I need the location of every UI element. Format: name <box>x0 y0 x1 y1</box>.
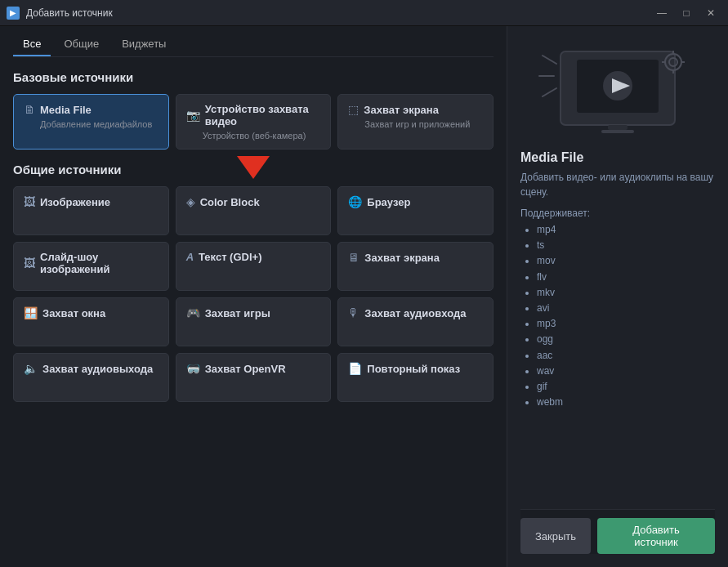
maximize-button[interactable]: □ <box>676 5 697 21</box>
list-item: mp4 <box>537 222 715 238</box>
list-item: flv <box>537 270 715 285</box>
close-button[interactable]: Закрыть <box>520 518 591 554</box>
svg-rect-14 <box>608 125 628 130</box>
main-content: Все Общие Виджеты Базовые источники 🗎 Me… <box>0 26 728 567</box>
footer-buttons: Закрыть Добавить источник <box>520 509 715 554</box>
left-panel: Все Общие Виджеты Базовые источники 🗎 Me… <box>0 26 507 567</box>
source-screen-capture[interactable]: ⬚ Захват экрана Захват игр и приложений <box>337 94 494 150</box>
card-top: 🌐 Браузер <box>348 195 483 208</box>
svg-rect-15 <box>601 130 634 133</box>
game-capture-icon: 🎮 <box>186 306 200 319</box>
screen-capture2-icon: 🖥 <box>348 251 360 264</box>
source-browser[interactable]: 🌐 Браузер <box>337 186 494 235</box>
list-item: aac <box>537 348 715 364</box>
browser-icon: 🌐 <box>348 195 362 208</box>
list-item: webm <box>537 395 715 410</box>
source-openvr[interactable]: 🥽 Захват OpenVR <box>176 353 332 402</box>
close-window-button[interactable]: ✕ <box>700 5 721 21</box>
tab-widgets[interactable]: Виджеты <box>112 33 176 56</box>
source-audio-output[interactable]: 🔈 Захват аудиовыхода <box>13 353 169 402</box>
card-top: 🔈 Захват аудиовыхода <box>24 362 159 375</box>
media-file-title: Media File <box>40 104 92 116</box>
titlebar-left: ▶ Добавить источник <box>7 7 113 20</box>
list-item: ts <box>537 238 715 253</box>
right-panel: Media File Добавить видео- или аудиоклип… <box>507 26 728 567</box>
preview-illustration <box>536 39 699 137</box>
card-top: ◈ Color Block <box>186 195 321 208</box>
supports-title: Поддерживает: <box>520 208 715 219</box>
source-media-file[interactable]: 🗎 Media File Добавление медиафайлов <box>13 94 169 150</box>
source-replay[interactable]: 📄 Повторный показ <box>337 353 494 402</box>
color-block-icon: ◈ <box>186 195 195 208</box>
audio-input-title: Захват аудиовхода <box>364 307 466 319</box>
card-top: 🪟 Захват окна <box>24 306 159 319</box>
tab-all[interactable]: Все <box>13 33 51 56</box>
source-audio-input[interactable]: 🎙 Захват аудиовхода <box>337 297 494 346</box>
game-capture-title: Захват игры <box>205 307 270 319</box>
text-gdi-title: Текст (GDI+) <box>199 251 261 263</box>
source-color-block[interactable]: ◈ Color Block <box>176 186 332 235</box>
window-title: Добавить источник <box>26 7 113 19</box>
image-title: Изображение <box>40 196 110 208</box>
replay-icon: 📄 <box>348 362 362 375</box>
list-item: wav <box>537 364 715 379</box>
tab-bar: Все Общие Виджеты <box>13 26 494 57</box>
card-top: A Текст (GDI+) <box>186 251 321 263</box>
screen-capture-title: Захват экрана <box>364 104 439 116</box>
source-window-capture[interactable]: 🪟 Захват окна <box>13 297 169 346</box>
card-top: 🎮 Захват игры <box>186 306 321 319</box>
card-top: 🗎 Media File <box>24 103 159 116</box>
arrow-down-indicator <box>237 156 270 179</box>
list-item: gif <box>537 379 715 395</box>
window-capture-icon: 🪟 <box>24 306 38 319</box>
supports-list: mp4 ts mov flv mkv avi mp3 ogg aac wav g… <box>520 222 715 410</box>
video-capture-title: Устройство захвата видео <box>205 103 321 127</box>
card-top: 🥽 Захват OpenVR <box>186 362 321 375</box>
list-item: mkv <box>537 285 715 301</box>
browser-title: Браузер <box>367 196 410 208</box>
audio-output-title: Захват аудиовыхода <box>42 363 153 375</box>
image-icon: 🖼 <box>24 195 35 208</box>
minimize-button[interactable]: — <box>651 5 672 21</box>
basic-section-title: Базовые источники <box>13 70 494 84</box>
source-video-capture[interactable]: 📷 Устройство захвата видео Устройство (в… <box>176 94 332 150</box>
source-slideshow[interactable]: 🖼 Слайд-шоу изображений <box>13 242 169 291</box>
text-gdi-icon: A <box>186 251 194 263</box>
slideshow-title: Слайд-шоу изображений <box>40 251 159 275</box>
source-screen-capture2[interactable]: 🖥 Захват экрана <box>337 242 494 291</box>
source-image[interactable]: 🖼 Изображение <box>13 186 169 235</box>
titlebar: ▶ Добавить источник — □ ✕ <box>0 0 728 26</box>
audio-output-icon: 🔈 <box>24 362 38 375</box>
list-item: mp3 <box>537 316 715 332</box>
source-game-capture[interactable]: 🎮 Захват игры <box>176 297 332 346</box>
card-top: 📷 Устройство захвата видео <box>186 103 321 127</box>
add-source-button[interactable]: Добавить источник <box>597 518 715 554</box>
list-item: mov <box>537 253 715 269</box>
window-capture-title: Захват окна <box>42 307 105 319</box>
media-file-icon: 🗎 <box>24 103 35 116</box>
openvr-icon: 🥽 <box>186 362 200 375</box>
card-top: 🖼 Изображение <box>24 195 159 208</box>
video-capture-icon: 📷 <box>186 109 200 122</box>
video-capture-subtitle: Устройство (веб-камера) <box>186 131 321 141</box>
info-desc: Добавить видео- или аудиоклипы на вашу с… <box>520 170 715 199</box>
source-text-gdi[interactable]: A Текст (GDI+) <box>176 242 332 291</box>
color-block-title: Color Block <box>200 196 260 208</box>
info-title: Media File <box>520 150 715 165</box>
screen-capture-subtitle: Захват игр и приложений <box>348 119 483 129</box>
card-top: 🖼 Слайд-шоу изображений <box>24 251 159 275</box>
slideshow-icon: 🖼 <box>24 257 35 270</box>
titlebar-controls: — □ ✕ <box>651 5 721 21</box>
replay-title: Повторный показ <box>367 363 460 375</box>
card-top: 🖥 Захват экрана <box>348 251 483 264</box>
general-sources-grid: 🖼 Изображение ◈ Color Block 🌐 Бр <box>13 186 494 402</box>
list-item: ogg <box>537 332 715 347</box>
card-top: 📄 Повторный показ <box>348 362 483 375</box>
tab-general[interactable]: Общие <box>54 33 109 56</box>
basic-sources-grid: 🗎 Media File Добавление медиафайлов 📷 Ус… <box>13 94 494 150</box>
screen-capture2-title: Захват экрана <box>364 252 440 264</box>
openvr-title: Захват OpenVR <box>205 363 286 375</box>
list-item: avi <box>537 301 715 316</box>
media-file-subtitle: Добавление медиафайлов <box>24 119 159 129</box>
card-top: ⬚ Захват экрана <box>348 103 483 116</box>
